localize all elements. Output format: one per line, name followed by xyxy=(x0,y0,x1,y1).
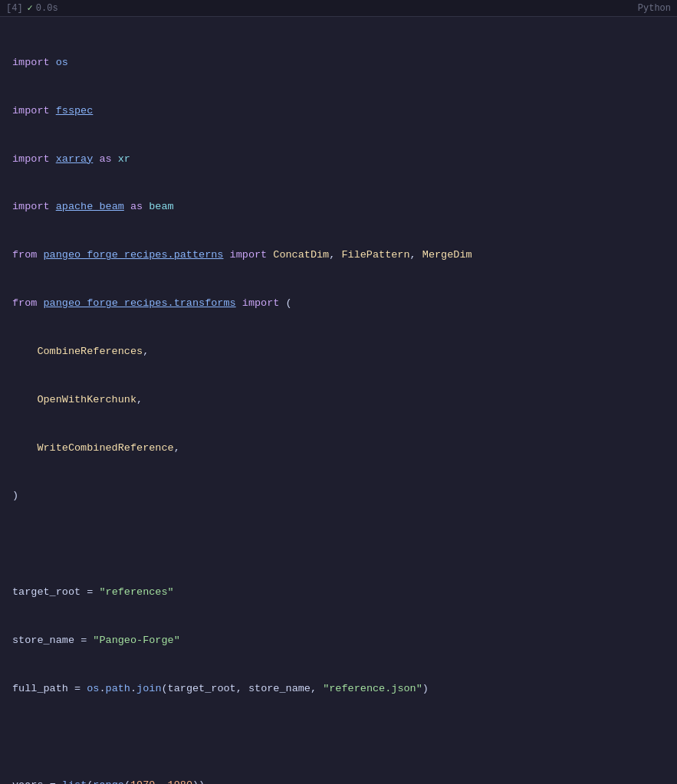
cell-top-bar: [4] ✓ 0.0s Python xyxy=(0,0,677,17)
line-5: from pangeo_forge_recipes.patterns impor… xyxy=(0,248,677,264)
cell-lang-top: Python xyxy=(638,3,671,14)
line-empty-2 xyxy=(0,730,677,746)
line-6: from pangeo_forge_recipes.transforms imp… xyxy=(0,296,677,312)
line-4: import apache_beam as beam xyxy=(0,199,677,215)
line-14: years = list(range(1979, 1980)) xyxy=(0,778,677,785)
check-icon-top: ✓ xyxy=(28,2,33,14)
line-8: OpenWithKerchunk, xyxy=(0,392,677,408)
line-7: CombineReferences, xyxy=(0,344,677,360)
line-12: store_name = "Pangeo-Forge" xyxy=(0,633,677,649)
line-empty-1 xyxy=(0,536,677,553)
line-11: target_root = "references" xyxy=(0,585,677,601)
code-cell-1[interactable]: import os import fsspec import xarray as… xyxy=(0,17,677,784)
line-10: ) xyxy=(0,488,677,504)
line-9: WriteCombinedReference, xyxy=(0,441,677,457)
cell-time-top: 0.0s xyxy=(36,3,58,14)
line-13: full_path = os.path.join(target_root, st… xyxy=(0,681,677,697)
line-2: import fsspec xyxy=(0,103,677,120)
notebook-container: [4] ✓ 0.0s Python import os import fsspe… xyxy=(0,0,677,784)
cell-number-top: [4] xyxy=(6,3,23,14)
line-3: import xarray as xr xyxy=(0,152,677,168)
line-1: import os xyxy=(0,55,677,71)
